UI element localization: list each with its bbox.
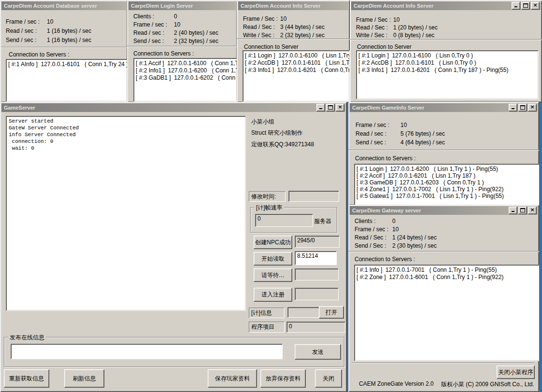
window-login-server: CarpeDiem Login Server Clients :0 Frame …: [127, 0, 237, 102]
connection-item[interactable]: [ #:2 Info1 ] 127.0.0.1-6200 ( Conn 1,Tr…: [136, 67, 235, 74]
discard-save-button[interactable]: 放弃保存资料: [260, 369, 306, 388]
titlebar-game-server[interactable]: GameServer ×: [1, 103, 345, 112]
connection-item[interactable]: [ #:3 Info1 ] 127.0.0.1-6201 ( Conn 0,Tr…: [245, 67, 347, 74]
stat-label: Send / sec :: [6, 36, 47, 45]
stat-label: Read / Sec :: [355, 234, 392, 242]
publish-message-input[interactable]: [11, 344, 283, 359]
close-icon[interactable]: ×: [531, 2, 540, 10]
connections-label: Connection to Server: [357, 43, 412, 50]
modify-time-field[interactable]: [288, 191, 339, 202]
connection-item[interactable]: [ #:2 Accif ] 127.0.0.1-6201 ( Lisn 1,Tr…: [357, 172, 538, 179]
enter-register-field[interactable]: [295, 288, 339, 300]
stat-value: 0: [174, 13, 177, 20]
connection-item[interactable]: [ #:2 Zone ] 127.0.0.1-6001 ( Conn 1,Try…: [357, 274, 538, 281]
stat-value: 2 (30 bytes) / sec: [392, 242, 437, 249]
start-read-field[interactable]: 8.51214: [295, 251, 337, 265]
please-wait-button[interactable]: 请等待…: [254, 268, 292, 282]
stat-value: 1 (20 bytes) / sec: [393, 24, 438, 31]
publish-online-group-legend: 发布在线信息: [8, 334, 46, 342]
separator: [237, 39, 350, 40]
connection-item[interactable]: [ #:1 Login ] 127.0.0.1-6100 ( Lisn 0,Tr…: [358, 52, 536, 59]
stat-value: 5 (76 bytes) / sec: [400, 130, 445, 137]
frame-rate-suffix-label: 服务器: [314, 217, 331, 225]
close-icon[interactable]: ×: [528, 207, 537, 214]
please-wait-field[interactable]: [295, 268, 339, 280]
window-game-server: GameServer × Server started GateW Server…: [0, 102, 347, 392]
maximize-icon[interactable]: [518, 104, 527, 112]
frame-rate-group-legend: [计]帧速率: [255, 204, 284, 212]
titlebar-account-database-server[interactable]: CarpeDiem Account Database server: [1, 1, 126, 10]
separator: [127, 46, 237, 47]
connection-item[interactable]: [ #:3 GameDB ] 127.0.0.1-6203 ( Conn 0,T…: [357, 179, 538, 186]
stat-value: 0 (8 bytes) / sec: [393, 32, 434, 39]
open-button[interactable]: 打开: [319, 306, 344, 319]
titlebar-gateway-server[interactable]: CarpeDiem Gateway server ×: [350, 206, 538, 215]
connection-item[interactable]: [ #:1 Login ] 127.0.0.1-6200 ( Lisn 1,Tr…: [357, 166, 538, 172]
connection-item[interactable]: [ #:1 Login ] 127.0.0.1-6100 ( Lisn 1,Tr…: [245, 52, 347, 59]
minimize-icon[interactable]: [316, 104, 325, 112]
connection-item[interactable]: [ #:1 AInfo ] 127.0.0.1-6101 ( Conn 1,Tr…: [8, 61, 125, 68]
connections-label: Connection to Servers :: [355, 256, 415, 263]
maximize-icon[interactable]: [326, 104, 335, 112]
stat-label: Read / sec :: [133, 29, 174, 37]
stat-label: Read / sec :: [356, 129, 400, 138]
window-gateway-server: CarpeDiem Gateway server × Clients :0 Fr…: [348, 205, 539, 392]
connections-listbox[interactable]: [ #:1 Login ] 127.0.0.1-6100 ( Lisn 1,Tr…: [242, 50, 350, 102]
close-app-button[interactable]: 关闭小菜程序: [497, 365, 535, 379]
stat-value: 10: [47, 18, 53, 25]
create-npc-field[interactable]: 2945/0: [295, 236, 340, 248]
frame-rate-field[interactable]: 0: [255, 214, 313, 227]
connection-item[interactable]: [ #:3 Info1 ] 127.0.0.1-6201 ( Conn 1,Tr…: [358, 67, 536, 74]
program-item-field[interactable]: 0: [286, 322, 345, 333]
desktop: CarpeDiem Account Database server Frame …: [0, 0, 542, 392]
titlebar-login-server[interactable]: CarpeDiem Login Server: [128, 1, 236, 10]
refetch-info-button[interactable]: 重新获取信息: [4, 369, 49, 388]
stat-value: 3 (44 bytes) / sec: [280, 24, 325, 30]
send-button[interactable]: 发送: [295, 344, 341, 360]
program-item-label: 程序项目: [249, 322, 285, 333]
titlebar-gameinfo-server[interactable]: CarpeDiem GameInfo Server ×: [350, 103, 538, 112]
create-npc-button[interactable]: 创建NPC成功: [254, 236, 292, 249]
stat-value: 10: [393, 16, 399, 23]
window-title: CarpeDiem Account Info Server: [241, 1, 320, 10]
connections-listbox[interactable]: [ #:1 Login ] 127.0.0.1-6200 ( Lisn 1,Tr…: [354, 164, 539, 205]
minimize-icon[interactable]: [512, 2, 520, 10]
connection-item[interactable]: [ #:3 GaDB1 ] 127.0.0.1-6202 ( Conn 0,Tr…: [136, 74, 235, 82]
stat-label: Frame / Sec :: [356, 16, 393, 24]
save-player-data-button[interactable]: 保存玩家资料: [208, 369, 257, 388]
connection-item[interactable]: [ #:4 Zone1 ] 127.0.0.1-7002 ( Lisn 1,Tr…: [357, 186, 538, 193]
server-log-text: Server started GateW Server Connected in…: [9, 118, 243, 152]
close-icon[interactable]: ×: [528, 104, 537, 112]
modify-time-label: 修改时间:: [249, 191, 285, 202]
connection-item[interactable]: [ #:1 Accif ] 127.0.0.1-6100 ( Conn 1,Tr…: [136, 60, 235, 67]
connection-item[interactable]: [ #:1 Info ] 127.0.0.1-7001 ( Conn 1,Try…: [357, 266, 538, 274]
minimize-icon[interactable]: [509, 104, 517, 112]
close-icon[interactable]: ×: [336, 104, 344, 112]
refresh-info-button[interactable]: 刷新信息: [64, 369, 104, 388]
window-title: CarpeDiem Account Database server: [4, 1, 97, 10]
connection-item[interactable]: [ #:2 AccDB ] 127.0.0.1-6101 ( Lisn 0,Tr…: [358, 59, 536, 67]
minimize-icon[interactable]: [509, 207, 517, 214]
close-button[interactable]: 关闭: [315, 369, 342, 388]
window-title: CarpeDiem Gateway server: [352, 206, 421, 215]
stat-label: Clients :: [355, 217, 392, 225]
stat-label: Read / sec :: [6, 27, 47, 36]
enter-register-button[interactable]: 进入注册: [254, 288, 292, 302]
window-gameinfo-server: CarpeDiem GameInfo Server × Frame / sec …: [348, 102, 539, 205]
stat-value: 1 (16 bytes) / sec: [47, 37, 91, 43]
maximize-icon[interactable]: [518, 207, 527, 214]
connection-item[interactable]: [ #:2 AccDB ] 127.0.0.1-6101 ( Lisn 1,Tr…: [245, 59, 347, 67]
connections-listbox[interactable]: [ #:1 Login ] 127.0.0.1-6100 ( Lisn 0,Tr…: [356, 50, 539, 99]
server-log-box[interactable]: Server started GateW Server Connected in…: [6, 116, 246, 311]
info-field[interactable]: [287, 307, 320, 318]
titlebar-account-info-server-1[interactable]: CarpeDiem Account Info Server: [238, 1, 348, 10]
start-read-button[interactable]: 开始读取: [254, 252, 292, 266]
connections-listbox[interactable]: [ #:1 Accif ] 127.0.0.1-6100 ( Conn 1,Tr…: [133, 58, 237, 102]
connection-item[interactable]: [ #:5 Gatew1 ] 127.0.0.1-7001 ( Lisn 1,T…: [357, 193, 538, 199]
credit-line-3: 定做联系QQ:349271348: [251, 140, 314, 149]
connections-listbox[interactable]: [ #:1 Info ] 127.0.0.1-7001 ( Conn 1,Try…: [354, 265, 539, 361]
connections-listbox[interactable]: [ #:1 AInfo ] 127.0.0.1-6101 ( Conn 1,Tr…: [6, 59, 128, 102]
copyright-text: 版权小菜 (C) 2009 GNISoft Co., Ltd.: [441, 380, 534, 389]
maximize-icon[interactable]: [521, 2, 530, 10]
titlebar-account-info-server-2[interactable]: CarpeDiem Account Info Server ×: [351, 1, 541, 10]
